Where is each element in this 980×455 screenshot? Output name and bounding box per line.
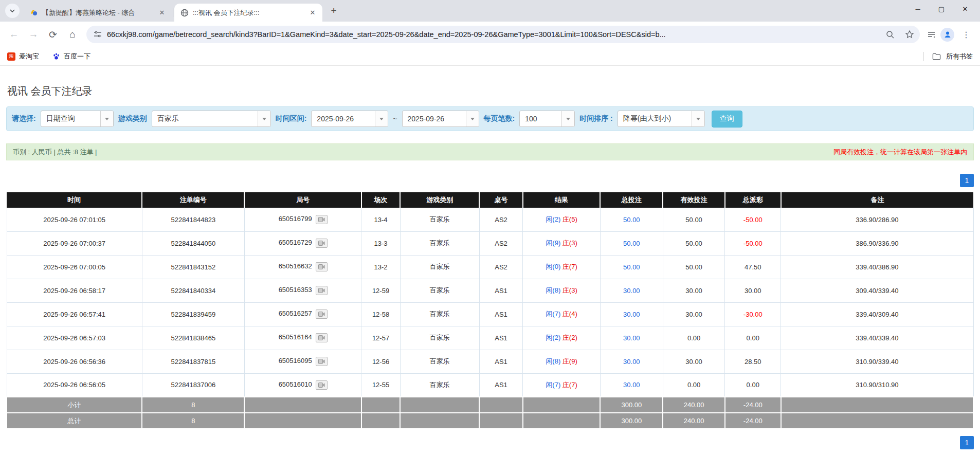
table-row: 2025-09-26 06:57:41 522841839459 6505162… (7, 302, 973, 326)
tab-betrecord[interactable]: :::视讯 会员下注纪录::: ✕ (174, 4, 322, 22)
cell-payout: -50.00 (725, 208, 781, 231)
new-tab-button[interactable]: + (326, 4, 341, 18)
all-bookmarks[interactable]: 所有书签 (923, 52, 973, 61)
dropdown-arrow-icon[interactable] (258, 111, 270, 126)
header-table-no: 桌号 (479, 192, 523, 208)
side-panel-icon[interactable] (924, 27, 938, 42)
profile-avatar[interactable] (940, 28, 954, 42)
total-empty (244, 413, 361, 429)
dropdown-arrow-icon[interactable] (100, 111, 113, 126)
dropdown-arrow-icon[interactable] (692, 111, 704, 126)
cell-game-type: 百家乐 (400, 231, 479, 255)
bookmark-star-icon[interactable] (902, 27, 917, 42)
header-payout: 总派彩 (725, 192, 781, 208)
reload-button[interactable]: ⟳ (44, 26, 62, 43)
date-start-picker[interactable]: 2025-09-26 (311, 111, 388, 127)
browser-menu-icon[interactable]: ⋮ (957, 26, 975, 43)
cell-note: 386.90/336.90 (781, 231, 973, 255)
cell-game-type: 百家乐 (400, 326, 479, 350)
cell-time: 2025-09-26 07:00:37 (7, 231, 142, 255)
game-type-dropdown[interactable]: 百家乐 (152, 111, 271, 127)
result-player: 闲(0) (546, 263, 560, 270)
result-player: 闲(2) (546, 334, 560, 341)
video-replay-icon[interactable] (316, 239, 328, 248)
result-player: 闲(7) (546, 310, 560, 318)
cell-time: 2025-09-26 07:01:05 (7, 208, 142, 231)
video-replay-icon[interactable] (316, 310, 328, 319)
back-button[interactable]: ← (5, 26, 23, 43)
maximize-button[interactable]: ▢ (930, 0, 953, 17)
header-valid-bet: 有效投注 (663, 192, 724, 208)
cell-payout: 28.50 (725, 350, 781, 373)
video-replay-icon[interactable] (316, 262, 328, 271)
bookmark-baidu[interactable]: 百度一下 (52, 52, 90, 61)
cell-total-bet: 30.00 (600, 302, 663, 326)
dropdown-arrow-icon[interactable] (466, 111, 479, 126)
query-type-dropdown[interactable]: 日期查询 (41, 111, 114, 127)
tab-forum[interactable]: 【新提醒】海燕策略论坛 - 综合 ✕ (24, 4, 172, 22)
date-range-label: 时间区间: (276, 114, 307, 123)
table-row: 2025-09-26 07:00:37 522841844050 6505167… (7, 231, 973, 255)
tab-strip: 【新提醒】海燕策略论坛 - 综合 ✕ :::视讯 会员下注纪录::: ✕ + ─… (0, 0, 980, 22)
tab-close-icon[interactable]: ✕ (157, 8, 167, 17)
video-replay-icon[interactable] (316, 357, 328, 366)
pagination-page-1[interactable]: 1 (960, 436, 974, 449)
cell-game-type: 百家乐 (400, 350, 479, 373)
subtotal-label: 小计 (7, 397, 142, 413)
table-row: 2025-09-26 06:56:36 522841837815 6505160… (7, 350, 973, 373)
table-row: 2025-09-26 06:57:03 522841838465 6505161… (7, 326, 973, 350)
cell-session: 13-2 (361, 255, 400, 279)
result-banker: 庄(5) (562, 215, 577, 223)
currency-summary: 币别 : 人民币 | 总共 :8 注单 | (13, 148, 97, 157)
url-text[interactable]: 66cxkj98.com/game/betrecord_search/kind3… (107, 30, 878, 39)
tab-search-button[interactable] (5, 4, 20, 18)
pagination-page-1[interactable]: 1 (960, 174, 974, 187)
subtotal-empty (781, 397, 973, 413)
tab-close-icon[interactable]: ✕ (308, 8, 317, 17)
bookmark-label: 百度一下 (64, 52, 90, 61)
cell-table-no: AS1 (479, 373, 523, 397)
header-game-type: 游戏类别 (400, 192, 479, 208)
date-end-picker[interactable]: 2025-09-26 (402, 111, 479, 127)
cell-total-bet: 30.00 (600, 373, 663, 397)
search-button[interactable]: 查询 (712, 111, 742, 128)
bookmarks-bar: 淘 爱淘宝 百度一下 所有书签 (0, 47, 980, 66)
close-window-button[interactable]: ✕ (953, 0, 977, 17)
video-replay-icon[interactable] (316, 215, 328, 224)
forward-button[interactable]: → (25, 26, 42, 43)
query-type-value: 日期查询 (41, 114, 100, 123)
table-row: 2025-09-26 06:56:05 522841837006 6505160… (7, 373, 973, 397)
cell-valid-bet: 30.00 (663, 350, 724, 373)
sort-dropdown[interactable]: 降幂(由大到小) (618, 111, 705, 127)
subtotal-empty (400, 397, 479, 413)
round-id-text: 650516010 (279, 380, 312, 388)
cell-session: 13-4 (361, 208, 400, 231)
address-bar[interactable]: 66cxkj98.com/game/betrecord_search/kind3… (86, 26, 920, 43)
video-replay-icon[interactable] (316, 333, 328, 342)
notice-text: 同局有效投注，统一计算在该局第一张注单内 (833, 148, 967, 157)
video-replay-icon[interactable] (316, 380, 328, 390)
bet-record-table: 时间 注单编号 局号 场次 游戏类别 桌号 结果 总投注 有效投注 总派彩 备注… (6, 192, 974, 429)
site-settings-icon[interactable] (94, 30, 102, 39)
result-player: 闲(8) (546, 357, 560, 365)
subtotal-empty (523, 397, 600, 413)
bookmark-taobao[interactable]: 淘 爱淘宝 (7, 52, 39, 61)
filter-bar: 请选择: 日期查询 游戏类别 百家乐 时间区间: 2025-09-26 ~ 20… (6, 106, 974, 131)
dropdown-arrow-icon[interactable] (375, 111, 388, 126)
cell-round-id: 650516799 (244, 208, 361, 231)
total-empty (361, 413, 400, 429)
cell-session: 12-58 (361, 302, 400, 326)
result-player: 闲(7) (546, 381, 560, 389)
round-id-text: 650516632 (279, 262, 312, 270)
game-type-value: 百家乐 (152, 114, 258, 123)
home-button[interactable]: ⌂ (64, 26, 81, 43)
dropdown-arrow-icon[interactable] (561, 111, 574, 126)
zoom-icon[interactable] (883, 27, 897, 42)
cell-result: 闲(2) 庄(5) (523, 208, 600, 231)
video-replay-icon[interactable] (316, 286, 328, 295)
cell-round-id: 650516632 (244, 255, 361, 279)
cell-payout: 30.00 (725, 279, 781, 302)
cell-time: 2025-09-26 06:57:41 (7, 302, 142, 326)
minimize-button[interactable]: ─ (906, 0, 930, 17)
per-page-dropdown[interactable]: 100 (519, 111, 575, 127)
